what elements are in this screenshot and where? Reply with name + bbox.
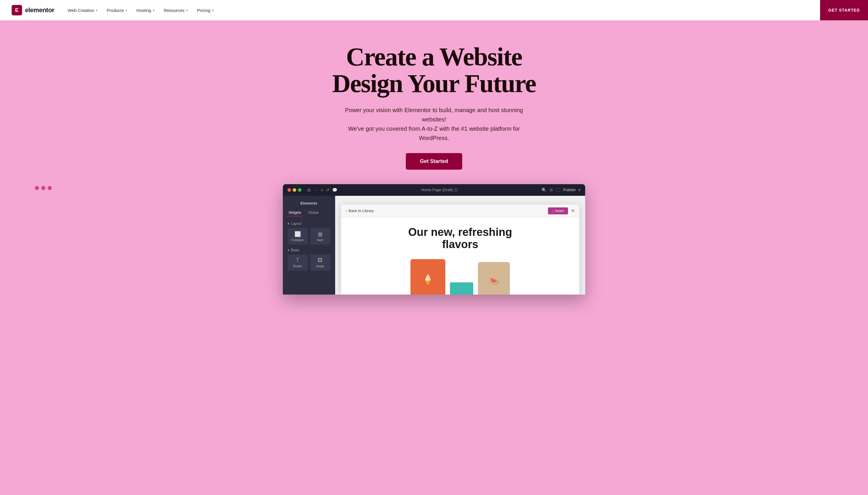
- elementor-icon[interactable]: ⊞: [307, 188, 311, 192]
- browser-frame: ⊞ ← ≡ ↺ 💬 Home Page (Draft) ⓘ 🔍 ⚙ ⛶ Publ…: [283, 184, 585, 294]
- library-actions: ↓ Insert ✕: [548, 207, 575, 215]
- nav-right: LOGIN GET STARTED: [833, 5, 856, 15]
- logo-link[interactable]: E elementor: [12, 5, 54, 15]
- settings-icon[interactable]: ⚙: [549, 188, 553, 192]
- hero-title: Create a Website Design Your Future: [12, 44, 856, 97]
- back-to-library-button[interactable]: ‹ Back to Library: [346, 209, 374, 213]
- preview-card-teal: [450, 283, 473, 294]
- back-icon[interactable]: ←: [314, 188, 318, 192]
- browser-window-controls: [287, 188, 301, 192]
- preview-card-orange: 🍦: [411, 259, 445, 294]
- chevron-down-icon[interactable]: ▾: [579, 188, 581, 192]
- container-icon: ⬜: [290, 231, 305, 237]
- slide-dots: [35, 186, 52, 190]
- nav-links: Web Creation ▾ Products ▾ Hosting ▾ Reso…: [64, 5, 833, 15]
- sidebar-section-layout: ▾ Layout ⬜ Container ▦ Nest: [283, 220, 335, 246]
- nav-item-pricing[interactable]: Pricing ▾: [193, 5, 218, 15]
- navbar: E elementor Web Creation ▾ Products ▾ Ho…: [0, 0, 868, 20]
- slide-dot-3[interactable]: [48, 186, 52, 190]
- get-started-nav-button[interactable]: GET STARTED: [820, 0, 868, 20]
- minimize-window-button[interactable]: [293, 188, 296, 192]
- sidebar-widget-container[interactable]: ⬜ Container: [287, 228, 308, 244]
- chevron-down-icon: ▾: [153, 9, 154, 12]
- sidebar-section-header-layout: ▾ Layout: [287, 222, 330, 226]
- nav-item-products[interactable]: Products ▾: [103, 5, 131, 15]
- chevron-down-icon: ▾: [96, 9, 97, 12]
- publish-button[interactable]: Publish: [563, 188, 575, 192]
- chevron-down-icon: ▾: [126, 9, 127, 12]
- maximize-window-button[interactable]: [298, 188, 301, 192]
- hero-subtitle: Power your vision with Elementor to buil…: [332, 105, 536, 143]
- browser-content: Elements Widgets Global ▾ Layout: [283, 196, 585, 294]
- fullscreen-icon[interactable]: ⛶: [556, 188, 560, 192]
- sidebar-section-header-basic: ▾ Basic: [287, 248, 330, 252]
- preview-card-tan: 🍉: [478, 262, 510, 294]
- divider-icon: T: [290, 257, 305, 263]
- refresh-icon[interactable]: ↺: [326, 188, 329, 192]
- chevron-down-icon: ▾: [212, 9, 214, 12]
- nest-icon: ▦: [313, 231, 328, 237]
- chevron-down-icon: ▾: [186, 9, 188, 12]
- menu-icon[interactable]: ≡: [321, 188, 323, 192]
- browser-toolbar: ⊞ ← ≡ ↺ 💬 Home Page (Draft) ⓘ 🔍 ⚙ ⛶ Publ…: [283, 184, 585, 196]
- browser-mockup-area: ⊞ ← ≡ ↺ 💬 Home Page (Draft) ⓘ 🔍 ⚙ ⛶ Publ…: [12, 184, 856, 294]
- hero-section: Create a Website Design Your Future Powe…: [0, 20, 868, 309]
- library-header: ‹ Back to Library ↓ Insert ✕: [341, 205, 579, 218]
- sidebar-layout-items: ⬜ Container ▦ Nest: [287, 228, 330, 244]
- nav-item-resources[interactable]: Resources ▾: [160, 5, 192, 15]
- nav-item-hosting[interactable]: Hosting ▾: [132, 5, 158, 15]
- browser-actions: 🔍 ⚙ ⛶ Publish ▾: [541, 188, 581, 192]
- close-popup-button[interactable]: ✕: [571, 208, 575, 214]
- sidebar-widget-nest[interactable]: ▦ Nest: [310, 228, 331, 244]
- insert-button[interactable]: ↓ Insert: [548, 207, 568, 215]
- logo-icon: E: [12, 5, 22, 15]
- insert-icon: ↓: [552, 209, 554, 213]
- chevron-down-icon: ▾: [287, 222, 289, 226]
- sidebar-widget-divider[interactable]: T Divider: [287, 255, 308, 271]
- nav-item-web-creation[interactable]: Web Creation ▾: [64, 5, 101, 15]
- sidebar-tabs: Widgets Global: [283, 209, 335, 217]
- library-popup: ‹ Back to Library ↓ Insert ✕: [341, 205, 579, 294]
- image-icon: 🖼: [313, 257, 328, 263]
- chevron-down-icon: ▾: [287, 248, 289, 252]
- elementor-sidebar: Elements Widgets Global ▾ Layout: [283, 196, 335, 294]
- brand-name: elementor: [25, 6, 54, 14]
- get-started-hero-button[interactable]: Get Started: [406, 153, 462, 170]
- slide-dot-1[interactable]: [35, 186, 39, 190]
- library-preview: Our new, refreshingflavors 🍦 🍉: [341, 218, 579, 294]
- browser-nav-icons: ⊞ ← ≡ ↺ 💬: [307, 188, 337, 192]
- sidebar-widget-image[interactable]: 🖼 Image: [310, 255, 331, 271]
- sidebar-tab-global[interactable]: Global: [306, 209, 321, 217]
- back-arrow-icon: ‹: [346, 209, 347, 213]
- slide-dot-2[interactable]: [41, 186, 45, 190]
- sidebar-title: Elements: [283, 199, 335, 207]
- browser-url-bar[interactable]: Home Page (Draft) ⓘ: [341, 187, 538, 193]
- main-canvas: ‹ Back to Library ↓ Insert ✕: [335, 196, 585, 294]
- close-window-button[interactable]: [287, 188, 291, 192]
- sidebar-section-basic: ▾ Basic T Divider 🖼 Image: [283, 246, 335, 272]
- preview-cards: 🍦 🍉: [411, 259, 510, 294]
- search-icon[interactable]: 🔍: [541, 188, 547, 192]
- comment-icon[interactable]: 💬: [332, 188, 337, 192]
- preview-title: Our new, refreshingflavors: [408, 226, 512, 251]
- sidebar-basic-items: T Divider 🖼 Image: [287, 255, 330, 271]
- sidebar-tab-widgets[interactable]: Widgets: [286, 209, 303, 217]
